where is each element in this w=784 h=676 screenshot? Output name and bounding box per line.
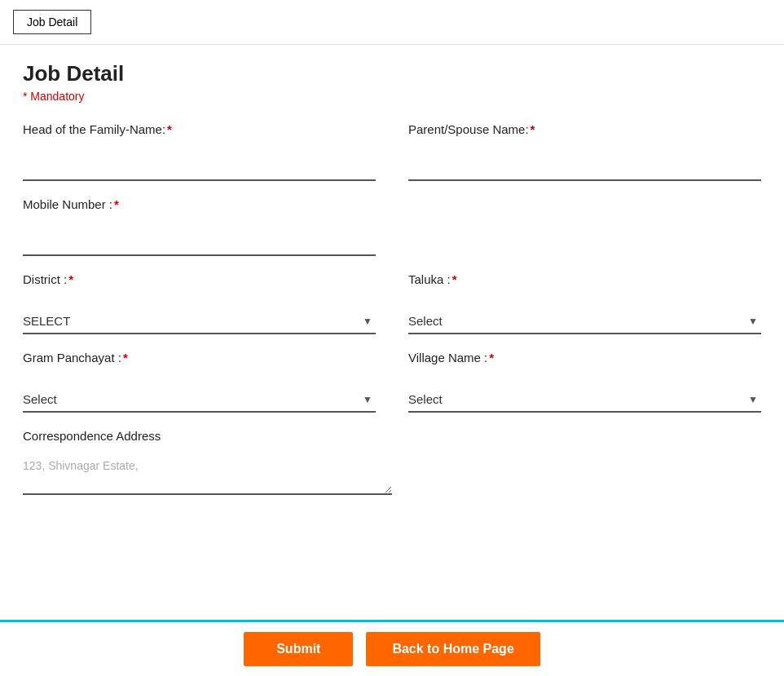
mobile-placeholder-group <box>408 197 761 256</box>
taluka-select[interactable]: Select Option 1 Option 2 <box>408 309 761 333</box>
main-content: Job Detail * Mandatory Head of the Famil… <box>0 45 784 531</box>
submit-button[interactable]: Submit <box>244 632 353 666</box>
form-row-2: Mobile Number :* <box>23 197 761 256</box>
gram-panchayat-required: * <box>123 351 128 365</box>
gram-panchayat-group: Gram Panchayat :* Select Option 1 Option… <box>23 351 376 413</box>
mandatory-note: * Mandatory <box>23 90 761 103</box>
district-select[interactable]: SELECT Option 1 Option 2 <box>23 309 376 333</box>
gram-panchayat-select-wrapper: Select Option 1 Option 2 ▼ <box>23 387 376 413</box>
parent-spouse-required: * <box>531 122 535 136</box>
village-name-select[interactable]: Select Option 1 Option 2 <box>408 387 761 411</box>
head-of-family-required: * <box>167 122 172 136</box>
page-title: Job Detail <box>23 61 761 86</box>
top-bar: Job Detail <box>0 0 784 45</box>
district-select-wrapper: SELECT Option 1 Option 2 ▼ <box>23 309 376 334</box>
form-row-1: Head of the Family-Name:* Parent/Spouse … <box>23 122 761 181</box>
head-of-family-group: Head of the Family-Name:* <box>23 122 376 181</box>
correspondence-address-label: Correspondence Address <box>23 429 761 443</box>
parent-spouse-label: Parent/Spouse Name:* <box>408 122 761 136</box>
gram-panchayat-select[interactable]: Select Option 1 Option 2 <box>23 387 376 411</box>
village-name-group: Village Name :* Select Option 1 Option 2… <box>408 351 761 413</box>
taluka-label: Taluka :* <box>408 272 761 286</box>
mobile-number-input[interactable] <box>23 234 376 256</box>
mobile-number-group: Mobile Number :* <box>23 197 376 256</box>
back-to-home-button[interactable]: Back to Home Page <box>366 632 540 666</box>
head-of-family-input[interactable] <box>23 159 376 181</box>
district-required: * <box>68 272 73 286</box>
taluka-required: * <box>452 272 457 286</box>
village-name-required: * <box>489 351 494 365</box>
job-detail-tab-button[interactable]: Job Detail <box>13 10 91 34</box>
parent-spouse-input[interactable] <box>408 159 761 181</box>
form-row-4: Gram Panchayat :* Select Option 1 Option… <box>23 351 761 413</box>
district-group: District :* SELECT Option 1 Option 2 ▼ <box>23 272 376 334</box>
village-name-select-wrapper: Select Option 1 Option 2 ▼ <box>408 387 761 413</box>
district-label: District :* <box>23 272 376 286</box>
taluka-group: Taluka :* Select Option 1 Option 2 ▼ <box>408 272 761 334</box>
gram-panchayat-label: Gram Panchayat :* <box>23 351 376 365</box>
correspondence-address-group: Correspondence Address 123, Shivnagar Es… <box>23 429 761 498</box>
bottom-bar: Submit Back to Home Page <box>0 620 784 676</box>
head-of-family-label: Head of the Family-Name:* <box>23 122 376 136</box>
taluka-select-wrapper: Select Option 1 Option 2 ▼ <box>408 309 761 334</box>
village-name-label: Village Name :* <box>408 351 761 365</box>
form-row-3: District :* SELECT Option 1 Option 2 ▼ T… <box>23 272 761 334</box>
parent-spouse-group: Parent/Spouse Name:* <box>408 122 761 181</box>
mobile-number-label: Mobile Number :* <box>23 197 376 211</box>
correspondence-address-textarea[interactable]: 123, Shivnagar Estate, <box>23 456 392 495</box>
mobile-required: * <box>114 197 119 211</box>
